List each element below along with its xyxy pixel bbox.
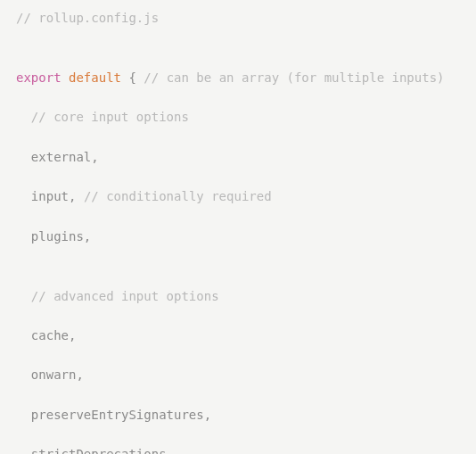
comma: , xyxy=(69,328,76,343)
comma: , xyxy=(91,150,98,164)
config-option: strictDeprecations xyxy=(31,447,167,454)
keyword-default: default xyxy=(69,70,121,85)
config-option: external xyxy=(31,150,91,164)
config-option: cache xyxy=(31,328,69,343)
comma: , xyxy=(76,367,83,382)
comma: , xyxy=(84,229,91,244)
group-comment: // advanced input options xyxy=(31,289,219,303)
inline-comment: // can be an array (for multiple inputs) xyxy=(144,70,444,85)
comma: , xyxy=(69,189,76,203)
config-option: input xyxy=(31,189,69,203)
brace-open: { xyxy=(128,70,135,85)
code-content: // rollup.config.js export default { // … xyxy=(16,9,460,454)
config-option: onwarn xyxy=(31,367,77,382)
code-block: // rollup.config.js export default { // … xyxy=(16,9,460,454)
trailing-comment: // conditionally required xyxy=(84,189,272,203)
file-comment: // rollup.config.js xyxy=(16,11,159,25)
comma: , xyxy=(204,408,211,422)
comma: , xyxy=(167,447,174,454)
config-option: plugins xyxy=(31,229,84,244)
keyword-export: export xyxy=(16,70,62,85)
config-option: preserveEntrySignatures xyxy=(31,408,204,422)
group-comment: // core input options xyxy=(31,110,189,124)
